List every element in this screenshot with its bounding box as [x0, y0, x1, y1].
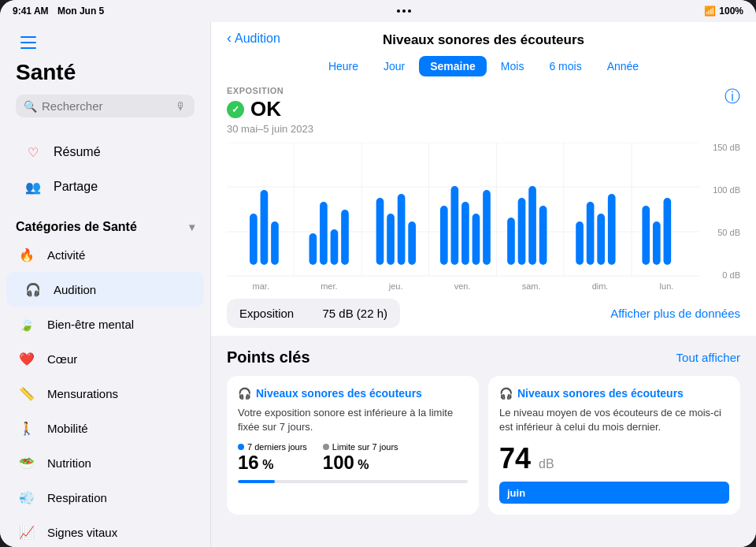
card2-value: 74 dB — [499, 442, 729, 475]
ok-row: ✓ OK — [227, 97, 740, 121]
stat1-limite-dot — [323, 444, 329, 450]
chart-wrapper: 150 dB 100 dB 50 dB 0 dB — [227, 143, 740, 280]
search-bar[interactable]: 🔍 🎙 — [16, 95, 195, 117]
info-icon[interactable]: ⓘ — [724, 86, 740, 107]
mensurations-icon: 📏 — [16, 382, 38, 404]
card1-stat-row: 7 derniers jours 16 % Limite sur 7 jours — [238, 442, 468, 474]
sidebar-header: Santé 🔍 🎙 — [0, 32, 210, 128]
stat1-limite-text: Limite sur 7 jours — [332, 442, 398, 452]
stat1-7j-text: 7 derniers jours — [247, 442, 307, 452]
card2-unit: dB — [539, 457, 554, 471]
nav-section: ♡ Résumé 👥 Partage — [0, 128, 210, 210]
card2-text: Le niveau moyen de vos écouteurs de ce m… — [499, 406, 729, 434]
card1-title: Niveaux sonores des écouteurs — [256, 387, 422, 400]
progress-bar — [238, 480, 468, 483]
sidebar-item-signes-vitaux[interactable]: 📈 Signes vitaux — [0, 515, 210, 547]
sidebar-item-mensurations[interactable]: 📏 Mensurations — [0, 376, 210, 411]
y-label-0: 0 dB — [702, 270, 740, 280]
category-label-signes-vitaux: Signes vitaux — [47, 526, 117, 539]
time-tabs: Heure Jour Semaine Mois 6 mois Année — [211, 56, 756, 76]
tab-jour[interactable]: Jour — [372, 56, 416, 76]
svg-rect-15 — [271, 221, 279, 265]
card2-month-label: juin — [507, 487, 525, 499]
sidebar-item-audition[interactable]: 🎧 Audition — [6, 272, 204, 307]
card-ecouteurs-1: 🎧 Niveaux sonores des écouteurs Votre ex… — [227, 376, 479, 515]
partage-icon: 👥 — [22, 176, 44, 198]
ok-text: OK — [250, 97, 281, 121]
sidebar-toggle-button[interactable] — [16, 32, 41, 54]
tab-annee[interactable]: Année — [596, 56, 650, 76]
tout-afficher-button[interactable]: Tout afficher — [676, 351, 740, 364]
sidebar-item-coeur[interactable]: ❤️ Cœur — [0, 341, 210, 376]
chart-svg — [227, 143, 699, 277]
chevron-left-icon: ‹ — [227, 30, 232, 47]
cards-row: 🎧 Niveaux sonores des écouteurs Votre ex… — [227, 376, 740, 515]
svg-rect-17 — [320, 202, 328, 265]
mobilite-icon: 🚶 — [16, 417, 38, 439]
back-nav[interactable]: ‹ Audition — [227, 30, 280, 47]
status-right: 📶 100% — [704, 6, 743, 17]
svg-rect-18 — [331, 229, 339, 265]
category-label-bien-etre: Bien-être mental — [47, 318, 134, 331]
categories-label: Catégories de Santé — [16, 220, 137, 234]
sidebar-item-partage[interactable]: 👥 Partage — [6, 169, 204, 204]
svg-rect-26 — [461, 202, 469, 265]
sidebar-item-resume[interactable]: ♡ Résumé — [6, 135, 204, 169]
stat1-7j-value: 16 % — [238, 452, 307, 474]
x-label-mer: mer. — [321, 281, 337, 291]
ok-badge: ✓ — [227, 101, 244, 118]
x-label-lun: lun. — [660, 281, 674, 291]
sidebar-item-respiration[interactable]: 💨 Respiration — [0, 480, 210, 515]
sidebar-item-nutrition[interactable]: 🥗 Nutrition — [0, 445, 210, 480]
back-label: Audition — [235, 32, 280, 46]
nutrition-icon: 🥗 — [16, 452, 38, 474]
exposition-stat-label: Exposition — [239, 307, 294, 320]
points-cles-title: Points clés — [227, 348, 310, 367]
stat1-limite-percent: % — [354, 458, 369, 471]
card-ecouteurs-2: 🎧 Niveaux sonores des écouteurs Le nivea… — [488, 376, 740, 515]
dot2 — [402, 9, 406, 13]
tab-mois[interactable]: Mois — [490, 56, 536, 76]
exposition-label: EXPOSITION — [227, 86, 740, 95]
stat1-7j-label: 7 derniers jours — [238, 442, 307, 452]
svg-rect-16 — [309, 233, 317, 265]
search-input[interactable] — [42, 99, 171, 113]
svg-rect-38 — [653, 221, 661, 265]
category-label-activite: Activité — [47, 248, 85, 262]
sidebar-item-bien-etre[interactable]: 🍃 Bien-être mental — [0, 307, 210, 341]
points-cles-section: Points clés Tout afficher 🎧 Niveaux sono… — [211, 336, 756, 527]
afficher-plus-button[interactable]: Afficher plus de données — [610, 307, 740, 320]
stat1-7j: 7 derniers jours 16 % — [238, 442, 307, 474]
tab-semaine[interactable]: Semaine — [419, 56, 487, 76]
exposition-stat: Exposition 75 dB (22 h) — [227, 299, 400, 328]
tab-heure[interactable]: Heure — [317, 56, 369, 76]
x-label-mar: mar. — [253, 281, 269, 291]
respiration-icon: 💨 — [16, 486, 38, 508]
sidebar-item-mobilite[interactable]: 🚶 Mobilité — [0, 411, 210, 445]
audition-icon: 🎧 — [22, 278, 44, 300]
card2-bar: juin — [499, 482, 729, 504]
svg-rect-31 — [528, 186, 536, 265]
stat1-limite-label: Limite sur 7 jours — [323, 442, 398, 452]
y-label-150: 150 dB — [702, 143, 740, 152]
categories-header: Catégories de Santé ▾ — [0, 210, 210, 237]
dot3 — [408, 9, 411, 13]
dot1 — [397, 9, 400, 13]
svg-rect-22 — [398, 194, 406, 265]
category-label-nutrition: Nutrition — [47, 456, 91, 470]
right-panel: ‹ Audition Niveaux sonores des écouteurs… — [211, 22, 756, 547]
category-label-respiration: Respiration — [47, 491, 107, 504]
category-label-mobilite: Mobilité — [47, 422, 88, 435]
card2-num: 74 — [499, 442, 531, 474]
y-label-100: 100 dB — [702, 185, 740, 195]
progress-fill — [238, 480, 275, 483]
stat1-dot — [238, 444, 244, 450]
card1-text: Votre exposition sonore est inférieure à… — [238, 406, 468, 434]
sidebar-item-activite[interactable]: 🔥 Activité — [0, 237, 210, 272]
status-center — [397, 9, 411, 13]
svg-rect-0 — [20, 36, 36, 38]
tab-6mois[interactable]: 6 mois — [538, 56, 592, 76]
sidebar-item-label-resume: Résumé — [54, 145, 101, 159]
sidebar-item-label-partage: Partage — [54, 180, 98, 194]
chevron-down-icon: ▾ — [189, 221, 195, 233]
